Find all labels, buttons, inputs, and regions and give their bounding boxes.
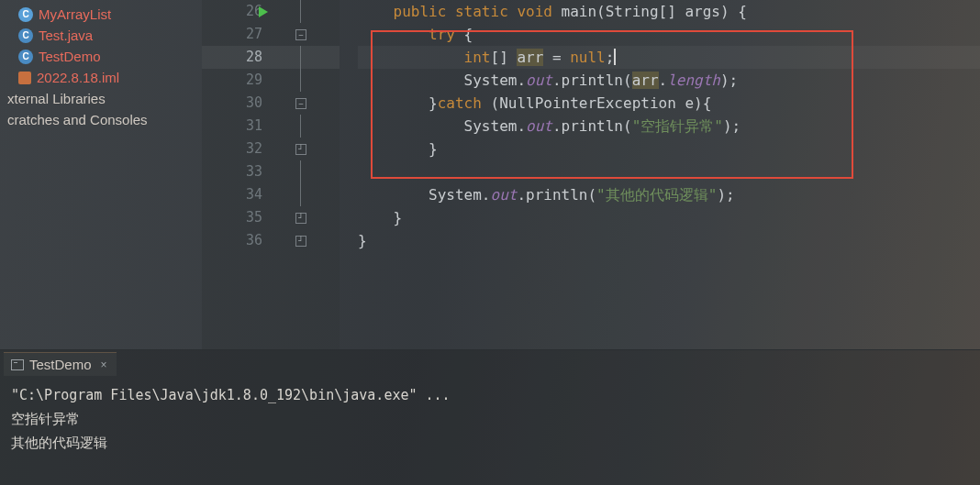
code-editor[interactable]: public static void main(String[] args) {… — [340, 0, 980, 349]
class-icon: C — [18, 7, 33, 22]
tree-item-label: TestDemo — [39, 49, 101, 64]
code-line[interactable]: public static void main(String[] args) { — [358, 0, 980, 23]
class-icon: C — [18, 50, 33, 64]
fold-end-icon[interactable]: ┘ — [295, 213, 306, 224]
tree-item-scratches[interactable]: cratches and Consoles — [0, 109, 202, 130]
fold-minus-icon[interactable]: − — [295, 98, 306, 109]
line-number: 31 — [246, 115, 262, 138]
console-line: 其他的代码逻辑 — [11, 435, 107, 451]
code-line[interactable]: System.out.println(arr.length); — [358, 69, 980, 92]
close-icon[interactable]: × — [101, 358, 107, 371]
line-number: 27 — [246, 23, 262, 46]
tree-item-label: 2022.8.18.iml — [37, 70, 119, 85]
code-line[interactable]: int[] arr = null; — [358, 46, 980, 69]
gutter-line[interactable]: 30 − — [202, 92, 340, 115]
code-line[interactable]: } — [358, 229, 980, 252]
line-number: 33 — [246, 160, 262, 183]
line-number: 29 — [246, 69, 262, 92]
tree-item-testdemo[interactable]: C TestDemo — [0, 46, 202, 67]
gutter-line[interactable]: 36 ┘ — [202, 229, 340, 252]
console-line: 空指针异常 — [11, 411, 80, 427]
console-tabs: TestDemo × — [0, 350, 980, 376]
editor-gutter: 26 27 − 28 29 30 − 31 — [202, 0, 340, 349]
tree-item-test-java[interactable]: C Test.java — [0, 25, 202, 46]
line-number: 34 — [246, 183, 262, 206]
code-line[interactable] — [358, 160, 980, 183]
gutter-line[interactable]: 32 ┘ — [202, 138, 340, 160]
fold-line-icon — [300, 115, 301, 138]
gutter-line[interactable]: 34 — [202, 183, 340, 206]
code-line[interactable]: try { — [358, 23, 980, 46]
line-number: 36 — [246, 229, 262, 252]
run-console: TestDemo × "C:\Program Files\Java\jdk1.8… — [0, 349, 980, 485]
gutter-line[interactable]: 35 ┘ — [202, 206, 340, 229]
code-line[interactable]: System.out.println("空指针异常"); — [358, 115, 980, 138]
code-line[interactable]: } — [358, 206, 980, 229]
tree-item-label: xternal Libraries — [7, 91, 106, 106]
console-line: "C:\Program Files\Java\jdk1.8.0_192\bin\… — [11, 387, 451, 403]
fold-end-icon[interactable]: ┘ — [295, 236, 306, 247]
tree-item-myarraylist[interactable]: C MyArrayList — [0, 4, 202, 25]
tree-item-label: Test.java — [39, 28, 93, 43]
gutter-line[interactable]: 28 — [202, 46, 340, 69]
terminal-icon — [11, 359, 24, 370]
text-cursor — [614, 49, 616, 65]
gutter-line[interactable]: 26 — [202, 0, 340, 23]
gutter-line[interactable]: 33 — [202, 160, 340, 183]
gutter-line[interactable]: 27 − — [202, 23, 340, 46]
gutter-line[interactable]: 29 — [202, 69, 340, 92]
line-number: 28 — [246, 46, 262, 69]
class-icon: C — [18, 28, 33, 43]
tree-item-iml[interactable]: 2022.8.18.iml — [0, 67, 202, 88]
console-tab-label: TestDemo — [29, 357, 92, 372]
console-tab-testdemo[interactable]: TestDemo × — [4, 352, 117, 376]
run-icon[interactable] — [259, 6, 268, 17]
line-number: 32 — [246, 138, 262, 160]
tree-item-label: cratches and Consoles — [7, 112, 148, 127]
code-line[interactable]: }catch (NullPointerException e){ — [358, 92, 980, 115]
gutter-line[interactable]: 31 — [202, 115, 340, 138]
code-line[interactable]: System.out.println("其他的代码逻辑"); — [358, 183, 980, 206]
tree-item-label: MyArrayList — [39, 6, 111, 22]
line-number: 35 — [246, 206, 262, 229]
fold-end-icon[interactable]: ┘ — [295, 144, 306, 155]
tree-item-external-libraries[interactable]: xternal Libraries — [0, 88, 202, 109]
fold-line-icon — [300, 69, 301, 92]
fold-line-icon — [300, 46, 301, 69]
project-tree: C MyArrayList C Test.java C TestDemo 202… — [0, 0, 202, 349]
fold-line-icon — [300, 0, 301, 23]
fold-line-icon — [300, 183, 301, 206]
fold-line-icon — [300, 160, 301, 183]
console-output[interactable]: "C:\Program Files\Java\jdk1.8.0_192\bin\… — [0, 376, 980, 485]
fold-minus-icon[interactable]: − — [295, 29, 306, 40]
iml-icon — [18, 72, 31, 84]
line-number: 30 — [246, 92, 262, 115]
code-line[interactable]: } — [358, 138, 980, 160]
